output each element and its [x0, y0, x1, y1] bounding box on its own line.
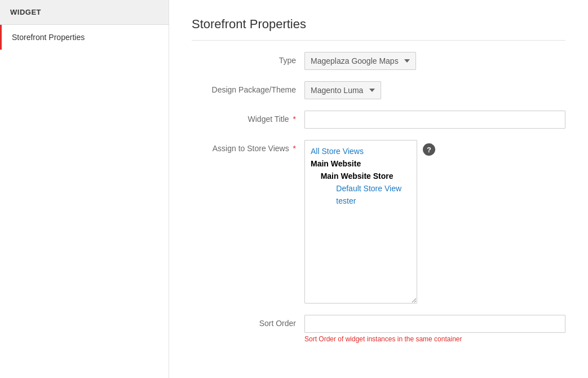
- widget-title-label: Widget Title *: [192, 111, 304, 125]
- sort-order-field: Sort Order of widget instances in the sa…: [304, 315, 565, 343]
- widget-title-row: Widget Title *: [192, 111, 565, 129]
- sort-order-label: Sort Order: [192, 315, 304, 329]
- store-views-help-icon[interactable]: ?: [423, 143, 435, 156]
- store-views-option-all: All Store Views: [305, 145, 417, 157]
- sort-order-row: Sort Order Sort Order of widget instance…: [192, 315, 565, 343]
- sidebar: WIDGET Storefront Properties: [0, 0, 169, 378]
- sort-order-input[interactable]: [304, 315, 565, 333]
- store-views-option-default: Default Store View: [305, 182, 417, 195]
- store-views-select[interactable]: All Store Views Main Website Main Websit…: [304, 140, 417, 304]
- type-label: Type: [192, 52, 304, 67]
- sidebar-item-label: Storefront Properties: [12, 33, 85, 42]
- store-views-required: *: [293, 144, 296, 153]
- store-views-row: Assign to Store Views * All Store Views …: [192, 140, 565, 304]
- widget-title-required: *: [293, 115, 296, 124]
- widget-title-input[interactable]: [304, 111, 565, 129]
- main-content: Storefront Properties Type Mageplaza Goo…: [169, 0, 588, 378]
- type-select[interactable]: Mageplaza Google Maps: [304, 52, 416, 70]
- design-field: Magento Luma: [304, 81, 565, 99]
- store-views-wrapper: All Store Views Main Website Main Websit…: [304, 140, 565, 304]
- store-views-option-main-website: Main Website: [305, 157, 417, 170]
- widget-title-field: [304, 111, 565, 129]
- sidebar-item-storefront-properties[interactable]: Storefront Properties: [0, 25, 169, 50]
- type-field: Mageplaza Google Maps: [304, 52, 565, 70]
- store-views-option-tester: tester: [305, 195, 417, 207]
- form: Type Mageplaza Google Maps Design Packag…: [192, 52, 565, 343]
- type-row: Type Mageplaza Google Maps: [192, 52, 565, 70]
- store-views-option-main-website-store: Main Website Store: [305, 170, 417, 182]
- sidebar-header: WIDGET: [0, 0, 169, 25]
- design-label: Design Package/Theme: [192, 81, 304, 96]
- design-row: Design Package/Theme Magento Luma: [192, 81, 565, 99]
- sort-order-hint: Sort Order of widget instances in the sa…: [304, 335, 565, 343]
- page-title: Storefront Properties: [192, 17, 565, 41]
- store-views-field: All Store Views Main Website Main Websit…: [304, 140, 565, 304]
- design-select[interactable]: Magento Luma: [304, 81, 381, 99]
- store-views-label: Assign to Store Views *: [192, 140, 304, 155]
